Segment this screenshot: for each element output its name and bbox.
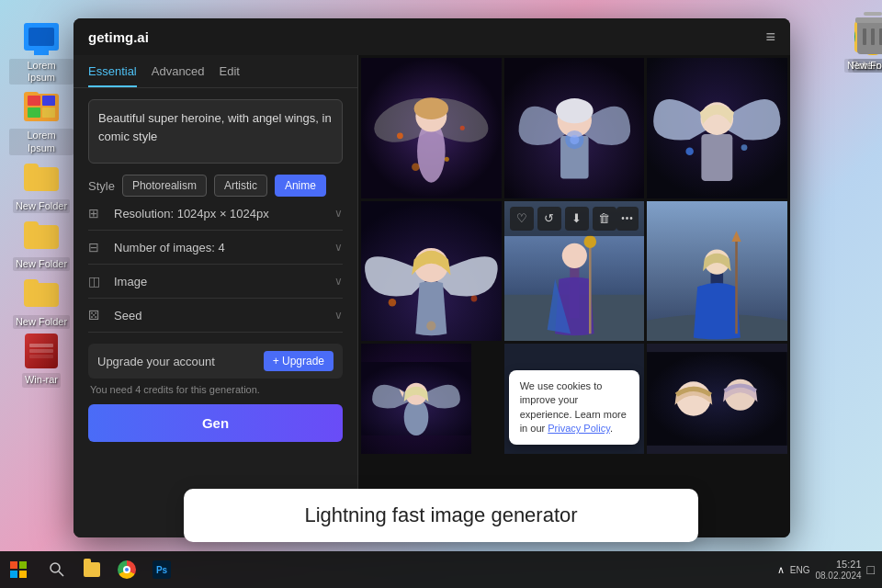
svg-rect-17 [702, 134, 733, 181]
svg-point-8 [412, 163, 419, 170]
upgrade-text: Upgrade your account [97, 355, 264, 368]
desktop-icon-computer[interactable]: Lorem Ipsum [9, 18, 74, 85]
credits-note: You need 4 credits for this generation. [88, 384, 343, 395]
delete-button[interactable]: 🗑 [593, 207, 616, 231]
window-content: Essential Advanced Edit Beautiful super … [74, 55, 790, 537]
svg-rect-45 [10, 561, 17, 569]
like-button[interactable]: ♡ [510, 207, 534, 231]
chrome-taskbar-button[interactable] [110, 553, 143, 586]
desktop-icon-folder3[interactable]: New Folder [9, 275, 74, 329]
option-num-images-label: Number of images: 4 [114, 241, 334, 254]
taskbar-icons: Ps [37, 553, 178, 586]
taskbar-date: 08.02.2024 [815, 571, 861, 581]
image-cell-8 [647, 344, 787, 454]
desktop-icon-label: Lorem Ipsum [9, 59, 74, 85]
notification-button[interactable]: □ [867, 562, 875, 577]
upgrade-button[interactable]: + Upgrade [264, 351, 334, 371]
chevron-down-icon: ∨ [334, 241, 343, 254]
desktop-icon-label: New Folder [13, 315, 70, 329]
desktop-icon-folder2[interactable]: New Folder [9, 217, 74, 271]
app-title: getimg.ai [88, 29, 149, 45]
image-cell-1 [361, 58, 502, 198]
option-image[interactable]: ◫ Image ∨ [88, 265, 343, 299]
tab-edit[interactable]: Edit [220, 64, 240, 87]
window-menu-button[interactable]: ≡ [765, 28, 775, 47]
style-btn-photorealism[interactable]: Photorealism [122, 175, 207, 197]
svg-point-15 [570, 135, 579, 144]
option-seed[interactable]: ⚄ Seed ∨ [88, 299, 343, 333]
image-cell-5[interactable]: ♡ ↺ ⬇ 🗑 ••• [504, 201, 645, 342]
photoshop-taskbar-button[interactable]: Ps [145, 553, 178, 586]
option-resolution-label: Resolution: 1024px × 1024px [114, 207, 334, 220]
svg-point-25 [426, 321, 435, 330]
download-button[interactable]: ⬇ [565, 207, 589, 231]
upgrade-row: Upgrade your account + Upgrade [88, 344, 343, 379]
desktop-icon-lorem2[interactable]: Lorem Ipsum [9, 88, 74, 154]
image-cell-4 [361, 201, 502, 342]
desktop-icon-label: Win-rar [22, 373, 61, 387]
desktop-icon-folder1[interactable]: New Folder [9, 159, 74, 213]
tray-up-arrow[interactable]: ∧ [777, 564, 785, 576]
image-grid: ♡ ↺ ⬇ 🗑 ••• [358, 55, 790, 457]
anime-art-2 [504, 58, 645, 198]
taskbar: Ps ∧ ENG 15:21 08.02.2024 □ [0, 551, 882, 588]
tooltip-bar: Lightning fast image generator [184, 489, 698, 542]
svg-point-24 [471, 295, 478, 301]
option-seed-label: Seed [114, 309, 334, 322]
start-button[interactable] [0, 551, 37, 588]
cookie-notice: We use cookies to improve your experienc… [509, 370, 640, 446]
option-num-images[interactable]: ⊟ Number of images: 4 ∨ [88, 231, 343, 265]
svg-point-49 [51, 563, 60, 572]
options-list: ⊞ Resolution: 1024px × 1024px ∨ ⊟ Number… [88, 197, 343, 333]
svg-rect-47 [10, 571, 17, 578]
svg-point-7 [460, 126, 465, 130]
svg-line-50 [59, 571, 63, 576]
taskbar-tray: ∧ [777, 564, 785, 576]
file-explorer-button[interactable] [75, 553, 108, 586]
image-icon: ◫ [88, 274, 107, 288]
option-image-label: Image [114, 275, 334, 288]
desktop-icon-label: New Folder [844, 59, 882, 73]
style-btn-anime[interactable]: Anime [275, 175, 326, 197]
taskbar-time: 15:21 [836, 559, 862, 570]
svg-point-5 [414, 97, 448, 119]
chevron-down-icon: ∨ [334, 275, 343, 288]
desktop-icon-label: New Folder [13, 199, 70, 213]
svg-point-23 [389, 299, 396, 306]
cookie-period: . [610, 423, 613, 434]
privacy-policy-link[interactable]: Privacy Policy [548, 423, 610, 434]
svg-point-31 [583, 235, 596, 248]
image-cell-cookie: We use cookies to improve your experienc… [504, 344, 645, 454]
svg-point-20 [741, 144, 748, 151]
generate-button[interactable]: Gen [88, 404, 343, 442]
refresh-button[interactable]: ↺ [537, 207, 561, 231]
svg-point-6 [397, 132, 403, 139]
more-button[interactable]: ••• [616, 207, 639, 231]
search-icon [50, 562, 64, 577]
svg-point-9 [445, 157, 449, 162]
search-taskbar-button[interactable] [40, 553, 74, 586]
tab-advanced[interactable]: Advanced [152, 64, 205, 87]
image-cell-2 [504, 58, 645, 198]
chevron-down-icon: ∨ [334, 309, 343, 322]
tooltip-text: Lightning fast image generator [304, 503, 577, 526]
svg-point-13 [556, 98, 594, 123]
desktop-icon-trash[interactable] [841, 18, 882, 59]
language-indicator: ENG [790, 565, 810, 575]
style-row: Style Photorealism Artistic Anime [88, 175, 343, 197]
desktop-icon-label: New Folder [13, 257, 70, 271]
left-panel: Essential Advanced Edit Beautiful super … [74, 55, 358, 537]
svg-point-29 [561, 243, 586, 267]
window-titlebar: getimg.ai ≡ [74, 18, 790, 55]
svg-rect-48 [19, 571, 27, 578]
style-btn-artistic[interactable]: Artistic [214, 175, 267, 197]
tab-essential[interactable]: Essential [88, 64, 137, 87]
prompt-box: Beautiful super heroine, with angel wing… [88, 99, 343, 164]
option-resolution[interactable]: ⊞ Resolution: 1024px × 1024px ∨ [88, 197, 343, 231]
anime-art-1 [361, 58, 502, 198]
image-cell-6 [647, 201, 787, 342]
image-cell-7 [361, 344, 471, 454]
desktop-icon-winrar[interactable]: Win-rar [9, 333, 74, 387]
anime-art-6 [647, 201, 787, 342]
svg-rect-42 [647, 352, 787, 446]
